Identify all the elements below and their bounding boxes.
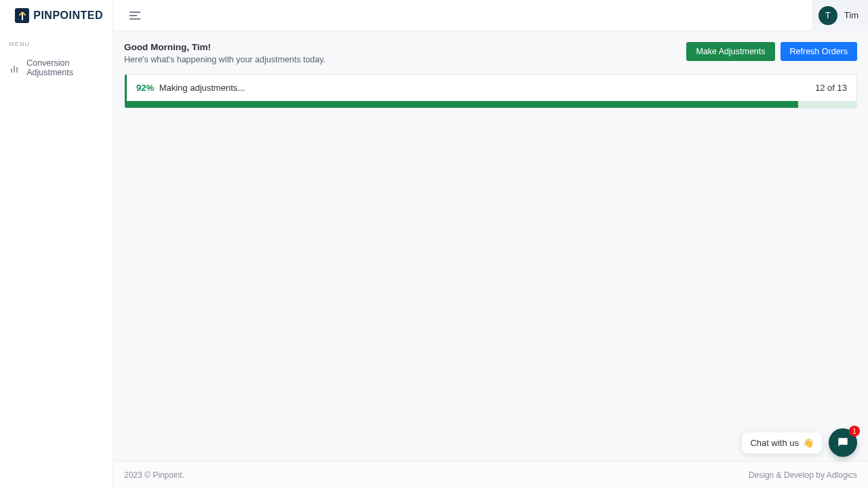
bar-chart-icon [11,63,20,73]
sidebar-section-label: MENU [0,31,113,53]
progress-header: 92% Making adjustments... 12 of 13 [125,75,856,101]
progress-bar [125,101,856,108]
progress-bar-fill [125,101,798,108]
progress-percent: 92% [136,83,154,93]
page-greeting: Good Morning, Tim! [124,42,326,52]
page-subtitle: Here's what's happening with your adjust… [124,55,326,64]
page-header-text: Good Morning, Tim! Here's what's happeni… [124,42,326,64]
sidebar-item-conversion-adjustments[interactable]: Conversion Adjustments [0,53,113,83]
brand-logo[interactable]: PINPOINTED [0,0,113,31]
footer-credit-link[interactable]: Adlogics [827,470,857,480]
chat-badge: 1 [849,426,860,436]
sidebar-item-label: Conversion Adjustments [26,58,113,77]
chat-pill[interactable]: Chat with us 👋 [742,432,822,453]
progress-status-label: Making adjustments... [159,83,245,93]
make-adjustments-button[interactable]: Make Adjustments [686,42,774,61]
main-content: Good Morning, Tim! Here's what's happeni… [113,31,868,461]
user-name: Tim [844,10,859,20]
chat-button[interactable]: 1 [829,428,857,457]
menu-toggle-button[interactable] [125,6,144,25]
brand-logo-mark [15,8,29,23]
topbar: T Tim [113,0,868,31]
chat-widget: Chat with us 👋 1 [742,428,857,457]
brand-logo-text: PINPOINTED [33,9,103,22]
user-avatar: T [818,6,837,25]
user-menu[interactable]: T Tim [812,0,868,31]
footer-credit: Design & Develop by Adlogics [749,470,857,480]
footer-copyright: 2023 © Pinpoint. [124,470,184,480]
wave-emoji-icon: 👋 [803,438,814,448]
chat-pill-text: Chat with us [750,438,799,448]
progress-card: 92% Making adjustments... 12 of 13 [124,74,857,108]
footer: 2023 © Pinpoint. Design & Develop by Adl… [113,461,868,488]
footer-credit-prefix: Design & Develop by [749,470,827,480]
refresh-orders-button[interactable]: Refresh Orders [781,42,857,61]
chat-icon [836,436,850,449]
progress-status: 92% Making adjustments... [136,83,245,93]
menu-icon [130,12,140,20]
page-header: Good Morning, Tim! Here's what's happeni… [124,42,857,64]
page-actions: Make Adjustments Refresh Orders [686,42,857,61]
sidebar: PINPOINTED MENU Conversion Adjustments [0,0,113,488]
progress-count: 12 of 13 [815,83,847,93]
